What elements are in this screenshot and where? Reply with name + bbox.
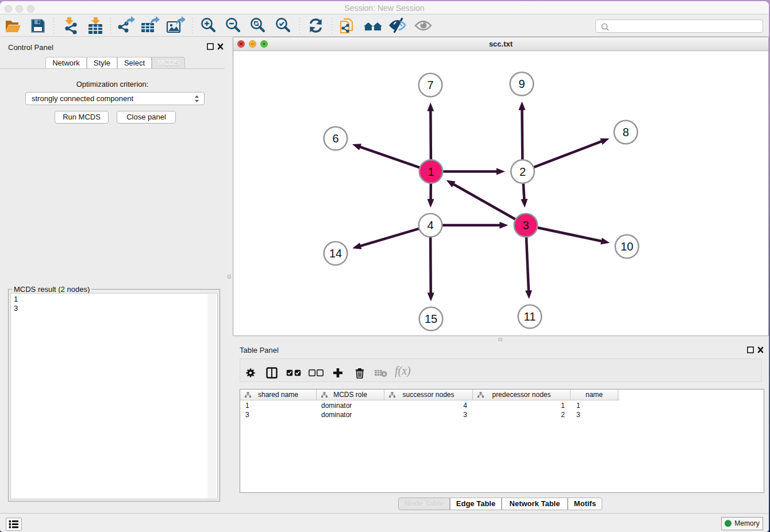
svg-text:11: 11 bbox=[524, 310, 536, 323]
svg-text:2: 2 bbox=[519, 165, 526, 178]
svg-text:14: 14 bbox=[329, 247, 342, 260]
svg-text:8: 8 bbox=[622, 126, 629, 138]
svg-text:7: 7 bbox=[427, 79, 433, 91]
svg-text:15: 15 bbox=[425, 313, 437, 325]
svg-text:6: 6 bbox=[332, 132, 338, 145]
svg-text:1: 1 bbox=[428, 165, 434, 178]
svg-text:3: 3 bbox=[522, 219, 529, 232]
svg-text:10: 10 bbox=[621, 240, 633, 253]
svg-text:4: 4 bbox=[427, 219, 433, 232]
svg-text:9: 9 bbox=[518, 78, 525, 90]
